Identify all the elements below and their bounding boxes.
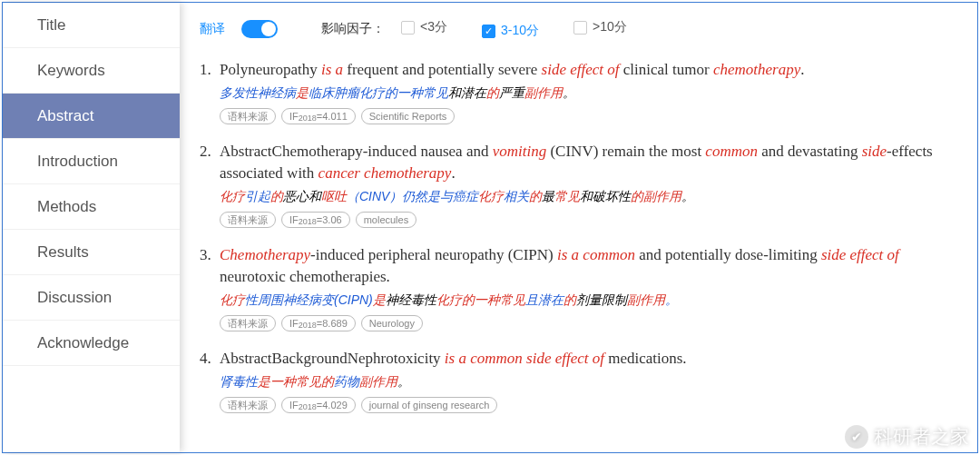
entry-tags: 语料来源IF 2018 =8.689Neurology — [220, 315, 957, 331]
entry-number: 2. — [200, 141, 220, 228]
tag-journal[interactable]: Scientific Reports — [361, 108, 456, 124]
entry-number: 1. — [200, 59, 220, 124]
filter-option-0[interactable]: <3分 — [401, 19, 447, 35]
tag-journal[interactable]: molecules — [356, 212, 417, 228]
entry-sentence: Polyneuropathy is a frequent and potenti… — [220, 59, 957, 81]
filter-option-label: >10分 — [593, 19, 627, 35]
result-entry: 2.AbstractChemotherapy-induced nausea an… — [200, 141, 957, 228]
filter-option-label: <3分 — [420, 19, 447, 35]
sidebar-item-title[interactable]: Title — [3, 3, 180, 48]
result-entry: 3.Chemotherapy-induced peripheral neurop… — [200, 244, 957, 331]
tag-if[interactable]: IF 2018 =3.06 — [281, 212, 350, 228]
result-entry: 4.AbstractBackgroundNephrotoxicity is a … — [200, 348, 957, 413]
entry-sentence: AbstractBackgroundNephrotoxicity is a co… — [220, 348, 957, 370]
entry-sentence: Chemotherapy-induced peripheral neuropat… — [220, 244, 957, 288]
tag-source[interactable]: 语料来源 — [220, 315, 276, 331]
checkbox-icon — [401, 21, 415, 35]
tag-if[interactable]: IF 2018 =4.029 — [281, 397, 356, 413]
sidebar-item-acknowledge[interactable]: Acknowledge — [3, 321, 180, 366]
entry-tags: 语料来源IF 2018 =4.029journal of ginseng res… — [220, 397, 957, 413]
sidebar-item-introduction[interactable]: Introduction — [3, 139, 180, 184]
impact-factor-label: 影响因子： — [321, 21, 385, 37]
tag-source[interactable]: 语料来源 — [220, 397, 276, 413]
sidebar-item-methods[interactable]: Methods — [3, 184, 180, 230]
tag-if[interactable]: IF 2018 =4.011 — [281, 108, 356, 124]
translate-label: 翻译 — [200, 21, 225, 37]
entry-number: 3. — [200, 244, 220, 331]
entry-translation: 化疗引起的恶心和呕吐（CINV）仍然是与癌症化疗相关的最常见和破坏性的副作用。 — [220, 186, 957, 206]
translate-toggle[interactable] — [241, 20, 278, 38]
entry-number: 4. — [200, 348, 220, 413]
entry-body: Polyneuropathy is a frequent and potenti… — [220, 59, 957, 124]
entry-translation: 化疗性周围神经病变(CIPN)是神经毒性化疗的一种常见且潜在的剂量限制副作用。 — [220, 290, 957, 310]
checkbox-icon — [573, 21, 587, 35]
sidebar-item-discussion[interactable]: Discussion — [3, 275, 180, 321]
tag-source[interactable]: 语料来源 — [220, 108, 276, 124]
sidebar-item-abstract[interactable]: Abstract — [3, 94, 180, 139]
entry-translation: 多发性神经病是临床肿瘤化疗的一种常见和潜在的严重副作用。 — [220, 83, 957, 103]
entry-tags: 语料来源IF 2018 =3.06molecules — [220, 212, 957, 228]
filter-option-1[interactable]: ✓3-10分 — [482, 23, 539, 39]
entry-translation: 肾毒性是一种常见的药物副作用。 — [220, 371, 957, 391]
main-content: 翻译 影响因子： <3分✓3-10分>10分 1.Polyneuropathy … — [180, 3, 977, 452]
result-entry: 1.Polyneuropathy is a frequent and poten… — [200, 59, 957, 124]
entry-tags: 语料来源IF 2018 =4.011Scientific Reports — [220, 108, 957, 124]
sidebar: TitleKeywordsAbstractIntroductionMethods… — [3, 3, 180, 452]
filter-option-2[interactable]: >10分 — [573, 19, 627, 35]
toolbar: 翻译 影响因子： <3分✓3-10分>10分 — [200, 12, 957, 46]
entry-sentence: AbstractChemotherapy-induced nausea and … — [220, 141, 957, 184]
tag-if[interactable]: IF 2018 =8.689 — [281, 315, 356, 331]
tag-journal[interactable]: Neurology — [361, 315, 423, 331]
filter-option-label: 3-10分 — [501, 23, 539, 39]
results-list: 1.Polyneuropathy is a frequent and poten… — [200, 59, 957, 413]
sidebar-item-keywords[interactable]: Keywords — [3, 48, 180, 94]
tag-journal[interactable]: journal of ginseng research — [361, 397, 498, 413]
tag-source[interactable]: 语料来源 — [220, 212, 276, 228]
entry-body: Chemotherapy-induced peripheral neuropat… — [220, 244, 957, 331]
sidebar-item-results[interactable]: Results — [3, 230, 180, 275]
entry-body: AbstractChemotherapy-induced nausea and … — [220, 141, 957, 228]
entry-body: AbstractBackgroundNephrotoxicity is a co… — [220, 348, 957, 413]
checkbox-icon: ✓ — [482, 25, 495, 38]
